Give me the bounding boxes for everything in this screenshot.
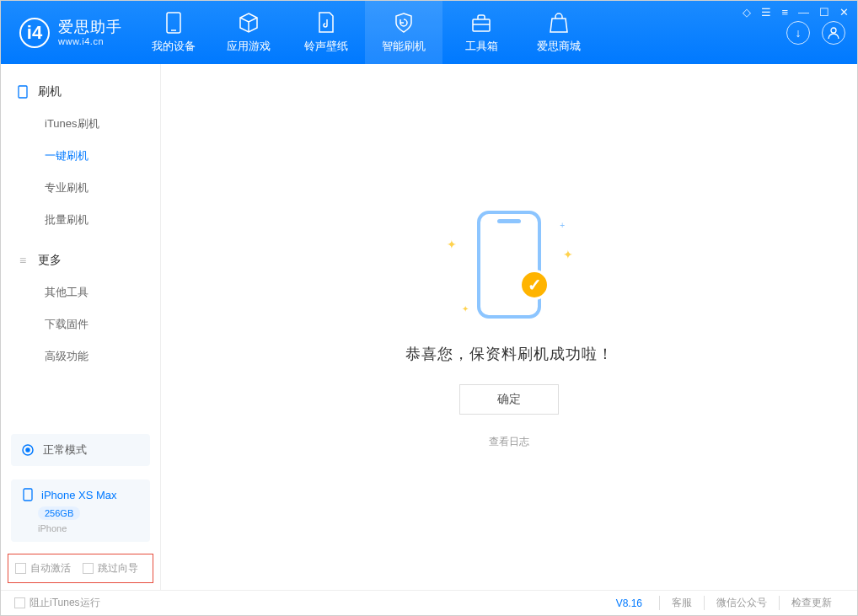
nav-label: 爱思商城: [537, 39, 581, 54]
checkbox-icon: [15, 563, 26, 574]
ok-button[interactable]: 确定: [459, 384, 559, 415]
svg-point-7: [26, 448, 29, 452]
footer-link-update[interactable]: 检查更新: [779, 596, 844, 610]
toolbox-icon: [470, 12, 492, 34]
sidebar-item-pro-flash[interactable]: 专业刷机: [1, 172, 160, 204]
nav-label: 工具箱: [465, 39, 498, 54]
device-capacity: 256GB: [38, 506, 80, 520]
device-type: iPhone: [38, 523, 67, 533]
main-nav: 我的设备 应用游戏 铃声壁纸 智能刷机 工具箱 爱思商城: [137, 1, 598, 64]
svg-point-4: [831, 28, 836, 33]
sidebar-item-itunes-flash[interactable]: iTunes刷机: [1, 108, 160, 140]
check-badge-icon: ✓: [519, 270, 550, 300]
group-title: 更多: [38, 253, 62, 268]
window-close-icon[interactable]: ✕: [839, 6, 849, 19]
version-label: V8.16: [616, 597, 642, 609]
sidebar-group-flash: 刷机: [1, 79, 160, 108]
cube-icon: [238, 12, 260, 34]
phone-icon: [21, 488, 35, 501]
header: i4 爱思助手 www.i4.cn 我的设备 应用游戏 铃声壁纸 智能刷机 工具…: [1, 1, 857, 64]
body: 刷机 iTunes刷机 一键刷机 专业刷机 批量刷机 ≡ 更多 其他工具 下载固…: [1, 64, 857, 590]
sparkle-icon: ✦: [447, 238, 457, 251]
phone-outline-icon: [477, 211, 541, 319]
sidebar-item-onekey-flash[interactable]: 一键刷机: [1, 140, 160, 172]
checkbox-icon: [83, 563, 94, 574]
sparkle-icon: +: [560, 221, 565, 230]
window-controls: ◇ ☰ ≡ — ☐ ✕: [743, 6, 849, 19]
nav-label: 智能刷机: [382, 39, 426, 54]
shield-refresh-icon: [393, 12, 415, 34]
nav-label: 铃声壁纸: [304, 39, 348, 54]
footer-link-wechat[interactable]: 微信公众号: [704, 596, 779, 610]
option-auto-activate[interactable]: 自动激活: [15, 561, 71, 576]
phone-refresh-icon: [16, 85, 29, 99]
sidebar-item-advanced[interactable]: 高级功能: [1, 340, 160, 372]
nav-toolbox[interactable]: 工具箱: [442, 1, 520, 64]
mode-icon: [21, 443, 35, 457]
window-menu-icon[interactable]: ☰: [761, 6, 771, 19]
account-button[interactable]: [822, 21, 845, 45]
main-content: ✦ ✦ ✦ + ✓ 恭喜您，保资料刷机成功啦！ 确定 查看日志: [161, 64, 857, 590]
footer-link-support[interactable]: 客服: [659, 596, 704, 610]
sparkle-icon: ✦: [462, 304, 469, 313]
device-info[interactable]: iPhone XS Max 256GB iPhone: [11, 479, 150, 542]
device-name: iPhone XS Max: [41, 489, 117, 501]
svg-rect-2: [473, 19, 490, 31]
sidebar-item-download-firmware[interactable]: 下载固件: [1, 308, 160, 340]
device-mode[interactable]: 正常模式: [11, 434, 150, 466]
footer: 阻止iTunes运行 V8.16 客服 微信公众号 检查更新: [1, 590, 857, 615]
window-skin-icon[interactable]: ◇: [743, 6, 751, 19]
window-minimize-icon[interactable]: —: [798, 6, 809, 19]
header-right: ↓: [786, 21, 857, 45]
sparkle-icon: ✦: [563, 248, 573, 261]
music-file-icon: [315, 12, 337, 34]
nav-ringtone-wallpaper[interactable]: 铃声壁纸: [287, 1, 365, 64]
nav-label: 应用游戏: [227, 39, 271, 54]
device-icon: [163, 12, 185, 34]
nav-apps-games[interactable]: 应用游戏: [210, 1, 287, 64]
sidebar-item-batch-flash[interactable]: 批量刷机: [1, 204, 160, 236]
nav-store[interactable]: 爱思商城: [520, 1, 598, 64]
window-list-icon[interactable]: ≡: [781, 6, 788, 19]
app-domain: www.i4.cn: [58, 36, 122, 47]
mode-label: 正常模式: [43, 442, 87, 458]
flash-options: 自动激活 跳过向导: [8, 554, 153, 583]
nav-smart-flash[interactable]: 智能刷机: [365, 1, 442, 64]
window-maximize-icon[interactable]: ☐: [819, 6, 829, 19]
bag-icon: [548, 12, 570, 34]
option-skip-guide[interactable]: 跳过向导: [83, 561, 138, 576]
logo-icon: i4: [19, 18, 50, 48]
sidebar-item-other-tools[interactable]: 其他工具: [1, 276, 160, 308]
app-logo[interactable]: i4 爱思助手 www.i4.cn: [1, 18, 137, 48]
svg-rect-5: [19, 86, 27, 98]
success-illustration: ✦ ✦ ✦ + ✓: [442, 206, 576, 324]
app-name: 爱思助手: [58, 19, 122, 36]
nav-label: 我的设备: [152, 39, 196, 54]
option-block-itunes[interactable]: 阻止iTunes运行: [14, 596, 100, 610]
svg-rect-8: [24, 489, 32, 501]
download-button[interactable]: ↓: [786, 21, 810, 45]
list-icon: ≡: [16, 254, 29, 267]
checkbox-icon: [14, 597, 25, 608]
nav-my-device[interactable]: 我的设备: [137, 1, 210, 64]
view-log-link[interactable]: 查看日志: [489, 435, 529, 449]
sidebar: 刷机 iTunes刷机 一键刷机 专业刷机 批量刷机 ≡ 更多 其他工具 下载固…: [1, 64, 161, 590]
group-title: 刷机: [38, 84, 62, 99]
success-message: 恭喜您，保资料刷机成功啦！: [405, 344, 614, 364]
sidebar-group-more: ≡ 更多: [1, 248, 160, 276]
